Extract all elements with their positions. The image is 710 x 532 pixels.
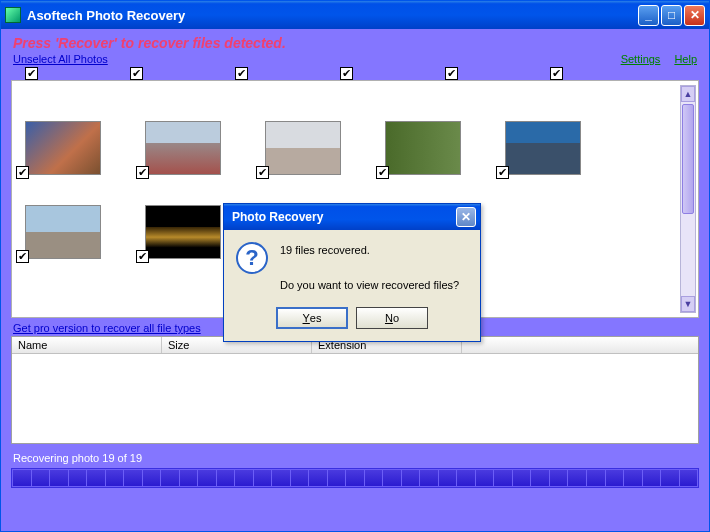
photo-thumb[interactable]: ✔ [378, 121, 468, 175]
top-checkbox-row: ✔ ✔ ✔ ✔ ✔ ✔ [11, 67, 699, 80]
instruction-text: Press 'Recover' to recover files detecte… [11, 33, 699, 53]
photo-thumb[interactable]: ✔ [498, 121, 588, 175]
close-button[interactable]: ✕ [684, 5, 705, 26]
window-title: Asoftech Photo Recovery [27, 8, 638, 23]
photo-thumb[interactable]: ✔ [138, 121, 228, 175]
unselect-all-link[interactable]: Unselect All Photos [13, 53, 108, 65]
vertical-scrollbar[interactable]: ▲ ▼ [680, 85, 696, 313]
question-icon: ? [236, 242, 268, 274]
checkbox[interactable]: ✔ [340, 67, 353, 80]
dialog-line1: 19 files recovered. [280, 242, 459, 260]
checkbox[interactable]: ✔ [235, 67, 248, 80]
dialog-titlebar[interactable]: Photo Recovery ✕ [224, 204, 480, 230]
recovery-dialog: Photo Recovery ✕ ? 19 files recovered. D… [223, 203, 481, 342]
dialog-text: 19 files recovered. Do you want to view … [280, 242, 459, 295]
table-body [12, 354, 698, 443]
pro-version-link[interactable]: Get pro version to recover all file type… [13, 322, 201, 334]
thumb-checkbox[interactable]: ✔ [376, 166, 389, 179]
thumb-image [25, 205, 101, 259]
photo-thumb[interactable]: ✔ [258, 121, 348, 175]
checkbox[interactable]: ✔ [445, 67, 458, 80]
thumb-image [145, 121, 221, 175]
progress-bar [11, 468, 699, 488]
no-button[interactable]: No [356, 307, 428, 329]
checkbox[interactable]: ✔ [25, 67, 38, 80]
checkbox[interactable]: ✔ [550, 67, 563, 80]
thumb-checkbox[interactable]: ✔ [136, 250, 149, 263]
thumb-image [385, 121, 461, 175]
status-text: Recovering photo 19 of 19 [11, 444, 699, 468]
checkbox[interactable]: ✔ [130, 67, 143, 80]
yes-label: es [310, 312, 322, 324]
scroll-down-arrow[interactable]: ▼ [681, 296, 695, 312]
col-blank [462, 337, 698, 353]
no-label: o [393, 312, 399, 324]
thumb-checkbox[interactable]: ✔ [496, 166, 509, 179]
dialog-line2: Do you want to view recovered files? [280, 277, 459, 295]
dialog-close-button[interactable]: ✕ [456, 207, 476, 227]
col-name[interactable]: Name [12, 337, 162, 353]
photo-thumb[interactable]: ✔ [18, 121, 108, 175]
photo-thumb[interactable]: ✔ [138, 205, 228, 259]
file-table: Name Size Extension [11, 336, 699, 444]
link-bar: Unselect All Photos Settings Help [11, 53, 699, 67]
scroll-up-arrow[interactable]: ▲ [681, 86, 695, 102]
photo-thumb[interactable]: ✔ [18, 205, 108, 259]
thumb-image [505, 121, 581, 175]
thumb-image [145, 205, 221, 259]
thumb-image [265, 121, 341, 175]
app-icon [5, 7, 21, 23]
yes-button[interactable]: Yes [276, 307, 348, 329]
settings-link[interactable]: Settings [621, 53, 661, 65]
dialog-buttons: Yes No [224, 303, 480, 341]
minimize-button[interactable]: _ [638, 5, 659, 26]
scroll-thumb[interactable] [682, 104, 694, 214]
thumb-checkbox[interactable]: ✔ [16, 250, 29, 263]
dialog-body: ? 19 files recovered. Do you want to vie… [224, 230, 480, 303]
thumb-checkbox[interactable]: ✔ [256, 166, 269, 179]
thumb-image [25, 121, 101, 175]
maximize-button[interactable]: □ [661, 5, 682, 26]
dialog-title: Photo Recovery [232, 210, 456, 224]
help-link[interactable]: Help [674, 53, 697, 65]
titlebar[interactable]: Asoftech Photo Recovery _ □ ✕ [1, 1, 709, 29]
thumb-checkbox[interactable]: ✔ [136, 166, 149, 179]
thumb-checkbox[interactable]: ✔ [16, 166, 29, 179]
